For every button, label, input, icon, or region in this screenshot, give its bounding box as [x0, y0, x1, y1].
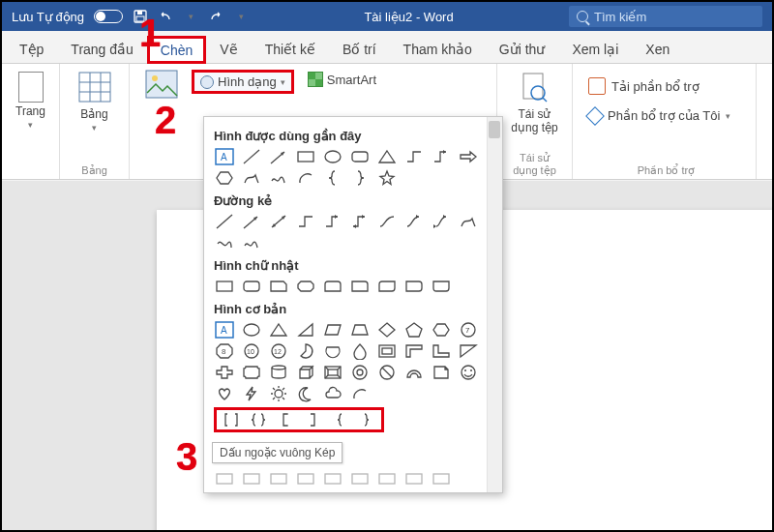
basic-para[interactable]: [322, 320, 343, 340]
undo-more-icon[interactable]: ▾: [183, 9, 198, 24]
line-4[interactable]: [295, 212, 316, 231]
basic-diamond[interactable]: [376, 320, 398, 340]
line-11[interactable]: [214, 233, 235, 252]
shape-scribble[interactable]: [268, 168, 289, 188]
basic-l[interactable]: [431, 341, 452, 361]
shape-rect[interactable]: [295, 147, 316, 166]
rect-3[interactable]: [295, 277, 316, 296]
shape-textbox[interactable]: A: [214, 147, 235, 166]
basic-trap[interactable]: [349, 320, 371, 340]
get-addins-button[interactable]: Tải phần bổ trợ: [586, 75, 732, 97]
basic-oval[interactable]: [241, 320, 262, 340]
basic-bolt[interactable]: [241, 384, 262, 403]
shape-elbow-arrow[interactable]: [431, 147, 452, 166]
tab-layout[interactable]: Bố trí: [329, 35, 390, 63]
basic-noentry[interactable]: [376, 363, 398, 382]
basic-tear[interactable]: [349, 341, 371, 361]
basic-arc2[interactable]: [349, 384, 371, 403]
scroll-thumb[interactable]: [489, 121, 500, 138]
shape-brace-l[interactable]: [322, 168, 343, 188]
rect-1[interactable]: [241, 277, 262, 296]
tab-design[interactable]: Thiết kế: [252, 35, 329, 63]
tab-mailings[interactable]: Gửi thư: [486, 35, 559, 63]
basic-smile[interactable]: [458, 363, 479, 382]
shapes-button[interactable]: Hình dạng ▾: [192, 70, 294, 94]
shape-roundrect[interactable]: [349, 147, 371, 166]
shape-brace-r[interactable]: [349, 168, 371, 188]
shape-elbow[interactable]: [403, 147, 425, 166]
tab-references[interactable]: Tham khảo: [390, 35, 486, 63]
basic-hept[interactable]: 7: [458, 320, 479, 340]
shape-right-arrow[interactable]: [458, 147, 479, 166]
line-5[interactable]: [322, 212, 343, 231]
basic-frame[interactable]: [376, 341, 398, 361]
reuse-button[interactable]: Tái sử dụng tệp: [505, 70, 563, 136]
basic-sun[interactable]: [268, 384, 289, 403]
line-9[interactable]: [431, 212, 452, 231]
shape-line-arrow[interactable]: [268, 147, 289, 166]
tab-draw[interactable]: Vẽ: [206, 35, 251, 63]
rect-0[interactable]: [214, 277, 235, 296]
rect-7[interactable]: [403, 277, 425, 296]
basic-plaque[interactable]: [241, 363, 262, 382]
basic-oct[interactable]: 8: [214, 341, 235, 361]
basic-can[interactable]: [268, 363, 289, 382]
basic-cloud[interactable]: [322, 384, 343, 403]
shape-right-bracket[interactable]: [302, 410, 323, 429]
line-10[interactable]: [458, 212, 479, 231]
basic-pent[interactable]: [403, 320, 425, 340]
rect-8[interactable]: [431, 277, 452, 296]
basic-fold[interactable]: [431, 363, 452, 382]
basic-heart[interactable]: [214, 384, 235, 403]
shape-triangle[interactable]: [376, 147, 398, 166]
shape-star[interactable]: [376, 168, 398, 188]
search-box[interactable]: Tìm kiếm: [569, 6, 762, 27]
tab-view[interactable]: Xen: [632, 35, 683, 63]
basic-bevel[interactable]: [322, 363, 343, 382]
qat-customize-icon[interactable]: ▾: [233, 9, 249, 24]
shape-left-brace[interactable]: [329, 410, 350, 429]
rect-5[interactable]: [349, 277, 371, 296]
tab-review[interactable]: Xem lại: [558, 35, 632, 63]
line-2[interactable]: [241, 212, 262, 231]
line-12[interactable]: [241, 233, 262, 252]
basic-textbox[interactable]: A: [214, 320, 235, 340]
line-7[interactable]: [376, 212, 398, 231]
basic-cube[interactable]: [295, 363, 316, 382]
basic-donut[interactable]: [349, 363, 371, 382]
line-1[interactable]: [214, 212, 235, 231]
rect-4[interactable]: [322, 277, 343, 296]
shape-line[interactable]: [241, 147, 262, 166]
rect-2[interactable]: [268, 277, 289, 296]
shape-double-brace[interactable]: [248, 410, 269, 429]
pages-button[interactable]: Trang ▾: [10, 70, 51, 132]
basic-moon[interactable]: [295, 384, 316, 403]
basic-chord[interactable]: [322, 341, 343, 361]
line-3[interactable]: [268, 212, 289, 231]
basic-pie[interactable]: [295, 341, 316, 361]
autosave-toggle[interactable]: [94, 10, 123, 23]
shape-right-brace[interactable]: [356, 410, 377, 429]
basic-cross[interactable]: [214, 363, 235, 382]
shape-left-bracket[interactable]: [275, 410, 296, 429]
line-6[interactable]: [349, 212, 371, 231]
basic-hex[interactable]: [431, 320, 452, 340]
shape-arc[interactable]: [295, 168, 316, 188]
basic-block-arc[interactable]: [403, 363, 425, 382]
tab-home[interactable]: Trang đầu: [57, 35, 147, 63]
tables-button[interactable]: Bảng ▾: [73, 70, 117, 134]
shape-freeform[interactable]: [241, 168, 262, 188]
redo-icon[interactable]: [208, 9, 223, 24]
scrollbar[interactable]: [487, 117, 502, 492]
smartart-button[interactable]: SmartArt: [302, 70, 382, 89]
tab-file[interactable]: Tệp: [6, 35, 57, 63]
basic-dec[interactable]: 10: [241, 341, 262, 361]
basic-dodec[interactable]: 12: [268, 341, 289, 361]
rect-6[interactable]: [376, 277, 398, 296]
shape-double-bracket[interactable]: [221, 410, 242, 429]
basic-diag[interactable]: [458, 341, 479, 361]
shape-oval[interactable]: [322, 147, 343, 166]
basic-rtri[interactable]: [295, 320, 316, 340]
shape-hex[interactable]: [214, 168, 235, 188]
line-8[interactable]: [403, 212, 425, 231]
